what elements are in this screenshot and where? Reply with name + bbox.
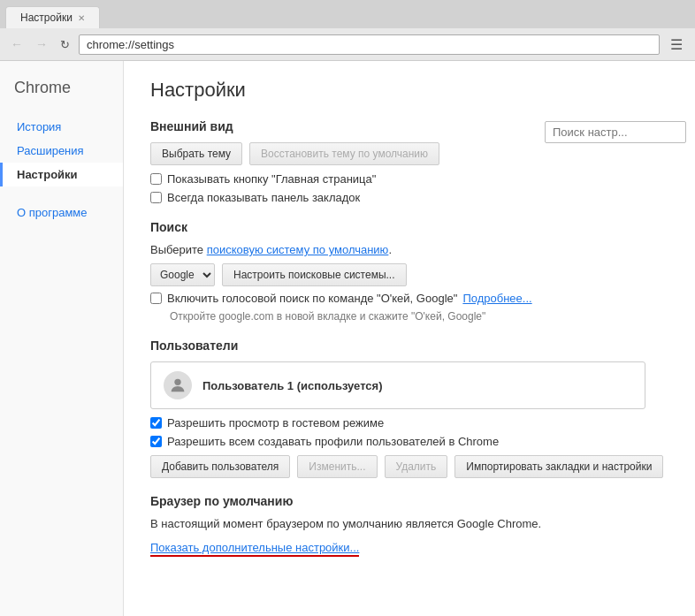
search-section-title: Поиск: [150, 220, 668, 234]
reload-button[interactable]: ↻: [57, 36, 73, 53]
browser-tab[interactable]: Настройки ✕: [5, 6, 100, 28]
search-engine-row: Google Настроить поисковые системы...: [150, 263, 668, 286]
search-desc-text: Выберите: [150, 243, 207, 256]
url-input[interactable]: [79, 34, 660, 55]
allow-profiles-row: Разрешить всем создавать профили пользов…: [150, 435, 668, 448]
appearance-buttons: Выбрать тему Восстановить тему по умолча…: [150, 142, 668, 165]
tab-title: Настройки: [20, 11, 73, 24]
show-bookmarks-row: Всегда показывать панель закладок: [150, 191, 668, 204]
show-bookmarks-checkbox[interactable]: [150, 192, 162, 203]
delete-user-button[interactable]: Удалить: [385, 455, 448, 478]
default-search-link[interactable]: поисковую систему по умолчанию: [207, 243, 389, 256]
default-browser-desc: В настоящий момент браузером по умолчани…: [150, 517, 668, 530]
show-home-label: Показывать кнопку "Главная страница": [167, 172, 376, 186]
show-home-checkbox[interactable]: [150, 173, 162, 185]
allow-guest-row: Разрешить просмотр в гостевом режиме: [150, 416, 668, 430]
show-more-settings-link[interactable]: Показать дополнительные настройки...: [150, 541, 359, 557]
tab-close-icon[interactable]: ✕: [78, 13, 85, 23]
allow-profiles-label: Разрешить всем создавать профили пользов…: [167, 435, 499, 448]
voice-search-label: Включить голосовой поиск по команде "О'к…: [167, 292, 457, 305]
allow-profiles-checkbox[interactable]: [150, 436, 162, 447]
search-description: Выберите поисковую систему по умолчанию.: [150, 243, 668, 256]
voice-search-checkbox[interactable]: [150, 293, 162, 304]
sidebar-brand: Chrome: [0, 79, 123, 115]
edit-user-button[interactable]: Изменить...: [297, 455, 377, 478]
default-browser-section-title: Браузер по умолчанию: [150, 494, 668, 508]
add-user-button[interactable]: Добавить пользователя: [150, 455, 290, 478]
allow-guest-label: Разрешить просмотр в гостевом режиме: [167, 416, 384, 430]
import-button[interactable]: Импортировать закладки и настройки: [454, 455, 663, 478]
sidebar-item-extensions[interactable]: Расширения: [0, 139, 123, 163]
user-avatar: [164, 371, 192, 399]
sidebar-item-settings[interactable]: Настройки: [0, 163, 123, 186]
settings-search-input[interactable]: [545, 121, 686, 143]
sidebar: Chrome История Расширения Настройки О пр…: [0, 61, 124, 616]
users-section-title: Пользователи: [150, 338, 668, 353]
search-engine-select[interactable]: Google: [150, 263, 215, 286]
current-user-name: Пользователь 1 (используется): [202, 379, 383, 392]
current-user-box: Пользователь 1 (используется): [150, 361, 645, 409]
sidebar-item-history[interactable]: История: [0, 115, 123, 139]
show-bookmarks-label: Всегда показывать панель закладок: [167, 191, 360, 204]
search-desc-end: .: [388, 243, 392, 256]
show-home-row: Показывать кнопку "Главная страница": [150, 172, 668, 186]
sidebar-item-about[interactable]: О программе: [0, 201, 123, 224]
svg-point-0: [174, 379, 180, 385]
content-area: Настройки Внешний вид Выбрать тему Восст…: [124, 61, 695, 616]
voice-search-row: Включить голосовой поиск по команде "О'к…: [150, 292, 668, 305]
page-title: Настройки: [150, 79, 668, 102]
forward-button[interactable]: →: [32, 35, 51, 53]
menu-button[interactable]: ☰: [665, 34, 688, 55]
voice-note: Откройте google.com в новой вкладке и ск…: [170, 310, 668, 323]
allow-guest-checkbox[interactable]: [150, 417, 162, 429]
users-buttons: Добавить пользователя Изменить... Удалит…: [150, 455, 668, 478]
configure-search-button[interactable]: Настроить поисковые системы...: [222, 263, 407, 286]
choose-theme-button[interactable]: Выбрать тему: [150, 142, 242, 165]
back-button[interactable]: ←: [7, 35, 27, 53]
restore-theme-button[interactable]: Восстановить тему по умолчанию: [249, 142, 439, 165]
voice-search-more-link[interactable]: Подробнее...: [462, 292, 531, 305]
